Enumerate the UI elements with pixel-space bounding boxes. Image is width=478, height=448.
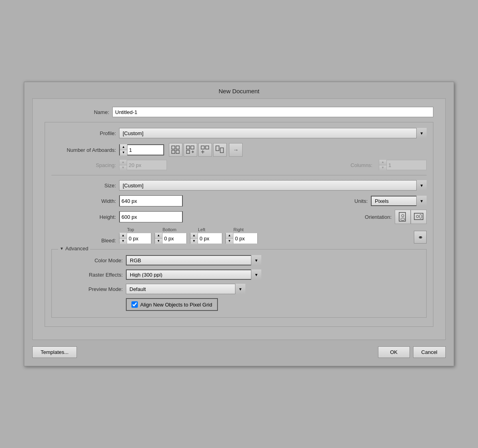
bleed-left-wrap: ▲ ▼ [190, 233, 222, 244]
orientation-wrap: Orientation: [365, 210, 427, 224]
svg-point-17 [401, 218, 405, 220]
name-label: Name: [45, 109, 112, 115]
bleed-left-label: Left [198, 227, 222, 232]
profile-select[interactable]: [Custom] Print Web Mobile [119, 128, 427, 138]
columns-increment-btn[interactable]: ▲ [379, 160, 386, 165]
layout-grid-btn[interactable] [169, 143, 182, 157]
bleed-right-decrement-btn[interactable]: ▼ [226, 239, 233, 244]
units-select[interactable]: Pixels Points Picas Inches Millimeters C… [371, 196, 427, 206]
layout-col-btn[interactable] [198, 143, 212, 157]
bleed-left-decrement-btn[interactable]: ▼ [190, 239, 198, 244]
artboards-label: Number of Artboards: [51, 147, 119, 153]
cancel-button[interactable]: Cancel [413, 346, 446, 358]
bleed-right-wrap: ▲ ▼ [225, 233, 258, 244]
align-checkbox-wrap: Align New Objects to Pixel Grid [126, 298, 218, 311]
artboards-decrement-btn[interactable]: ▼ [120, 150, 127, 156]
bleed-right-increment-btn[interactable]: ▲ [226, 233, 233, 239]
columns-label: Columns: [328, 162, 376, 168]
layout-grid-icon [171, 145, 180, 154]
bleed-right-field: Right ▲ ▼ [225, 227, 258, 244]
bleed-top-input[interactable] [127, 233, 151, 244]
align-label: Align New Objects to Pixel Grid [140, 302, 212, 308]
svg-rect-10 [206, 146, 209, 149]
preview-mode-row: Preview Mode: Default Pixel Overprint ▼ [58, 284, 420, 294]
artboards-increment-btn[interactable]: ▲ [120, 144, 127, 150]
svg-rect-0 [172, 146, 175, 149]
height-input[interactable] [120, 212, 182, 222]
advanced-section: ▼ Advanced Color Mode: RGB CMYK Grayscal… [51, 249, 427, 318]
ok-button[interactable]: OK [378, 346, 410, 358]
bleed-right-input[interactable] [233, 233, 257, 244]
columns-input-wrap: ▲ ▼ [379, 160, 427, 170]
advanced-label: Advanced [65, 246, 88, 252]
divider-1 [51, 175, 427, 175]
profile-select-wrap: [Custom] Print Web Mobile ▼ [119, 128, 427, 138]
artboards-row: Number of Artboards: ▲ ▼ [51, 143, 427, 157]
columns-input[interactable] [387, 160, 423, 170]
bleed-bottom-input[interactable] [163, 233, 186, 244]
width-input-wrap [119, 195, 183, 206]
size-select[interactable]: [Custom] Letter A4 [119, 180, 427, 191]
artboards-input[interactable] [127, 145, 163, 155]
width-input[interactable] [120, 196, 182, 206]
portrait-btn[interactable] [395, 210, 411, 224]
portrait-icon [398, 212, 407, 222]
main-section: Profile: [Custom] Print Web Mobile ▼ Num… [45, 122, 433, 327]
units-label: Units: [355, 198, 368, 204]
color-mode-select[interactable]: RGB CMYK Grayscale [126, 255, 261, 265]
arrow-right-icon: → [233, 147, 239, 153]
artboards-spinner: ▲ ▼ [119, 144, 164, 155]
layout-arrow-btn[interactable]: → [229, 143, 243, 157]
raster-effects-row: Raster Effects: Screen (72 ppi) Medium (… [58, 269, 420, 280]
advanced-toggle[interactable]: ▼ Advanced [58, 246, 90, 252]
width-row: Width: Units: Pixels Points Picas Inches… [51, 195, 427, 206]
svg-rect-14 [220, 148, 223, 153]
layout-row-icon [186, 145, 195, 154]
bleed-top-decrement-btn[interactable]: ▼ [120, 239, 127, 244]
artboard-layout-icons: → [169, 143, 243, 157]
spacing-input-wrap: ▲ ▼ [119, 160, 167, 170]
height-input-wrap [119, 211, 183, 222]
layout-arrange-btn[interactable] [213, 143, 227, 157]
svg-rect-13 [216, 146, 219, 151]
bleed-bottom-label: Bottom [163, 227, 187, 232]
bleed-bottom-decrement-btn[interactable]: ▼ [155, 239, 162, 244]
layout-row-btn[interactable] [184, 143, 197, 157]
raster-effects-select[interactable]: Screen (72 ppi) Medium (150 ppi) High (3… [126, 269, 261, 280]
landscape-btn[interactable] [411, 210, 427, 224]
bleed-left-field: Left ▲ ▼ [190, 227, 222, 244]
svg-rect-6 [186, 150, 190, 153]
units-wrap: Units: Pixels Points Picas Inches Millim… [355, 196, 427, 206]
svg-point-16 [402, 214, 404, 217]
svg-rect-5 [191, 146, 194, 149]
svg-rect-3 [176, 150, 179, 153]
spacing-increment-btn[interactable]: ▲ [120, 160, 127, 165]
svg-rect-1 [176, 146, 179, 149]
svg-point-20 [419, 214, 422, 218]
spacing-input[interactable] [127, 160, 163, 170]
bleed-left-increment-btn[interactable]: ▲ [190, 233, 198, 239]
spacing-decrement-btn[interactable]: ▼ [120, 165, 127, 171]
raster-effects-label: Raster Effects: [58, 272, 126, 278]
bleed-top-field: Top ▲ ▼ [119, 227, 151, 244]
height-label: Height: [51, 214, 119, 220]
advanced-triangle-icon: ▼ [60, 246, 64, 251]
svg-rect-9 [201, 146, 204, 149]
bleed-bottom-wrap: ▲ ▼ [155, 233, 187, 244]
name-row: Name: [45, 107, 433, 117]
bleed-fields: Top ▲ ▼ Bottom ▲ [119, 227, 411, 244]
templates-button[interactable]: Templates... [32, 346, 77, 358]
link-icon: ⚭ [418, 234, 423, 241]
name-input[interactable] [112, 107, 433, 117]
bleed-top-increment-btn[interactable]: ▲ [120, 233, 127, 239]
align-checkbox[interactable] [131, 301, 138, 308]
bleed-link-btn[interactable]: ⚭ [414, 231, 427, 244]
spacing-label: Spacing: [51, 162, 119, 168]
bleed-bottom-increment-btn[interactable]: ▲ [155, 233, 162, 239]
bleed-left-input[interactable] [198, 233, 222, 244]
footer-right: OK Cancel [378, 346, 446, 358]
columns-decrement-btn[interactable]: ▼ [379, 165, 386, 171]
preview-mode-select[interactable]: Default Pixel Overprint [126, 284, 245, 294]
spacing-row: Spacing: ▲ ▼ Columns: ▲ ▼ [51, 160, 427, 170]
svg-rect-4 [186, 146, 190, 149]
